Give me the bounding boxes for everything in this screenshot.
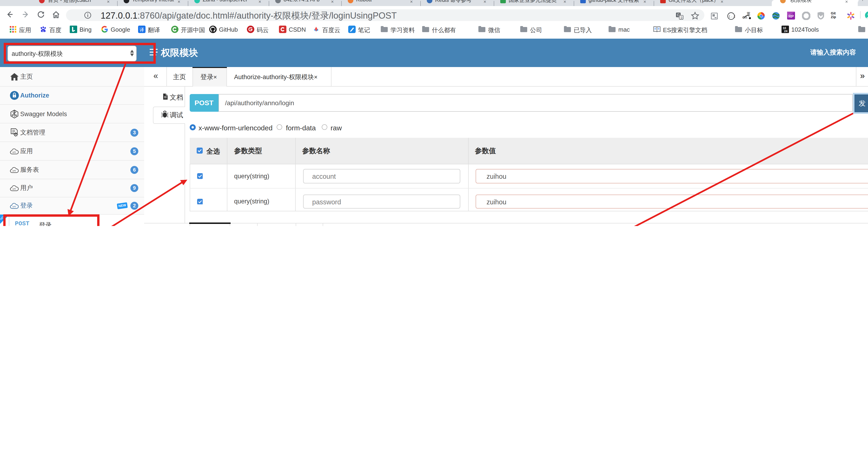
svg-text:英: 英 — [747, 12, 750, 16]
svg-text:du: du — [42, 30, 44, 32]
svg-text:A: A — [14, 111, 16, 113]
svg-text:API: API — [12, 150, 16, 153]
svg-text:API: API — [12, 188, 16, 190]
svg-text:RP: RP — [788, 15, 794, 19]
svg-text:{..}: {..} — [728, 15, 735, 18]
svg-text:API: API — [12, 169, 16, 172]
svg-text:24: 24 — [784, 29, 787, 33]
svg-text:文: 文 — [680, 16, 683, 20]
svg-text:译: 译 — [140, 27, 144, 32]
svg-text:API: API — [12, 205, 16, 208]
